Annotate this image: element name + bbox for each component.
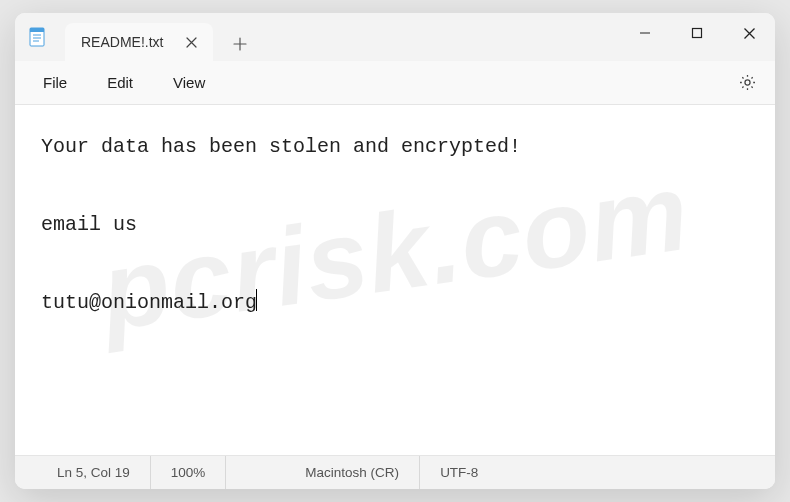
svg-point-7 xyxy=(744,80,749,85)
maximize-button[interactable] xyxy=(671,13,723,53)
close-icon[interactable] xyxy=(183,34,199,50)
notepad-window: README!.txt File Edit View xyxy=(15,13,775,489)
tab-strip: README!.txt xyxy=(65,13,257,61)
menu-file[interactable]: File xyxy=(23,68,87,97)
text-cursor xyxy=(256,289,257,311)
tab-readme[interactable]: README!.txt xyxy=(65,23,213,61)
gear-icon[interactable] xyxy=(727,65,767,101)
status-zoom[interactable]: 100% xyxy=(150,456,226,489)
editor-line: Your data has been stolen and encrypted! xyxy=(41,135,521,158)
editor-line: tutu@onionmail.org xyxy=(41,291,257,314)
window-controls xyxy=(619,13,775,61)
title-bar: README!.txt xyxy=(15,13,775,61)
editor-line: email us xyxy=(41,213,137,236)
close-window-button[interactable] xyxy=(723,13,775,53)
status-position[interactable]: Ln 5, Col 19 xyxy=(37,456,150,489)
svg-rect-1 xyxy=(30,28,44,32)
status-line-ending[interactable]: Macintosh (CR) xyxy=(285,456,419,489)
notepad-icon xyxy=(27,27,47,47)
status-encoding[interactable]: UTF-8 xyxy=(419,456,498,489)
text-editor[interactable]: Your data has been stolen and encrypted!… xyxy=(15,105,775,455)
status-spacer xyxy=(225,456,285,489)
status-bar: Ln 5, Col 19 100% Macintosh (CR) UTF-8 xyxy=(15,455,775,489)
menu-view[interactable]: View xyxy=(153,68,225,97)
menu-edit[interactable]: Edit xyxy=(87,68,153,97)
minimize-button[interactable] xyxy=(619,13,671,53)
tab-title: README!.txt xyxy=(81,34,163,50)
svg-rect-6 xyxy=(693,29,702,38)
menu-bar: File Edit View xyxy=(15,61,775,105)
new-tab-button[interactable] xyxy=(223,27,257,61)
